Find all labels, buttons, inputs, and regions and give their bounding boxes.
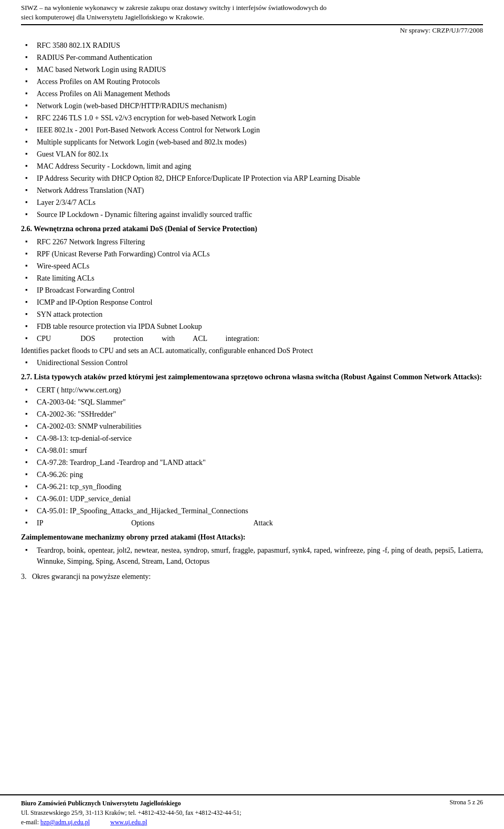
- footer-address: Ul. Straszewskiego 25/9, 31-113 Kraków; …: [21, 808, 242, 817]
- list-item: SYN attack protection: [21, 309, 483, 320]
- header-top: SIWZ – na wyłonienie wykonawcy w zakresi…: [21, 0, 483, 25]
- list-item: Network Login (web-based DHCP/HTTP/RADIU…: [21, 100, 483, 111]
- ip-options-line: IP Options Attack: [21, 517, 483, 529]
- list-item: Teardrop, boink, opentear, jolt2, newtea…: [21, 545, 483, 567]
- header-line1: SIWZ – na wyłonienie wykonawcy w zakresi…: [21, 4, 327, 12]
- list-item: CA-96.21: tcp_syn_flooding: [21, 481, 483, 492]
- after-cpu-list: Unidirectional Session Control: [21, 357, 483, 368]
- list-item: IP Address Security with DHCP Option 82,…: [21, 173, 483, 184]
- footer-email-link[interactable]: bzp@adm.uj.edu.pl: [40, 818, 90, 826]
- list-item: Layer 2/3/4/7 ACLs: [21, 197, 483, 208]
- list-item: Source IP Lockdown - Dynamic filtering a…: [21, 209, 483, 220]
- dos-bullet-list: RFC 2267 Network Ingress Filtering RPF (…: [21, 236, 483, 332]
- list-item: CA-2002-03: SNMP vulnerabilities: [21, 421, 483, 432]
- list-item: CA-2003-04: "SQL Slammer": [21, 397, 483, 408]
- list-item: IP Broadcast Forwarding Control: [21, 285, 483, 296]
- list-item: MAC based Network Login using RADIUS: [21, 64, 483, 75]
- list-item: CERT ( http://www.cert.org): [21, 385, 483, 396]
- footer: Biuro Zamówień Publicznych Uniwersytetu …: [0, 794, 504, 829]
- page-wrapper: SIWZ – na wyłonienie wykonawcy w zakresi…: [0, 0, 504, 626]
- list-item: CA-95.01: IP_Spoofing_Attacks_and_Hijack…: [21, 505, 483, 516]
- section-26-heading: 2.6. Wewnętrzna ochrona przed atakami Do…: [21, 223, 483, 234]
- list-item: Guest VLAN for 802.1x: [21, 149, 483, 160]
- list-item: Rate limiting ACLs: [21, 273, 483, 284]
- section-27-heading: 2.7. Lista typowych ataków przed którymi…: [21, 371, 483, 382]
- list-item: CA-97.28: Teardrop_Land -Teardrop and "L…: [21, 457, 483, 468]
- list-item: Access Profiles on Ali Management Method…: [21, 88, 483, 99]
- attacks-bullet-list: CERT ( http://www.cert.org) CA-2003-04: …: [21, 385, 483, 516]
- list-item: Multiple supplicants for Network Login (…: [21, 137, 483, 148]
- host-attacks-list: Teardrop, boink, opentear, jolt2, newtea…: [21, 545, 483, 567]
- list-item: CA-98.01: smurf: [21, 445, 483, 456]
- footer-contact: e-mail: bzp@adm.uj.edu.pl www.uj.edu.pl: [21, 817, 242, 827]
- footer-page-info: Strona 5 z 26: [449, 799, 483, 806]
- list-item: RPF (Unicast Reverse Path Forwarding) Co…: [21, 248, 483, 260]
- header-line2: sieci komputerowej dla Uniwersytetu Jagi…: [21, 13, 204, 21]
- cpu-line: CPU DOS protection with ACL integration:: [21, 333, 483, 344]
- content-area: RFC 3580 802.1X RADIUS RADIUS Per-comman…: [21, 40, 483, 582]
- list-item: RADIUS Per-command Authentication: [21, 52, 483, 63]
- header-title: SIWZ – na wyłonienie wykonawcy w zakresi…: [21, 3, 483, 22]
- list-item: Access Profiles on AM Routing Protocols: [21, 76, 483, 87]
- intro-bullet-list: RFC 3580 802.1X RADIUS RADIUS Per-comman…: [21, 40, 483, 220]
- footer-institution: Biuro Zamówień Publicznych Uniwersytetu …: [21, 799, 242, 808]
- list-item: ICMP and IP-Option Response Control: [21, 297, 483, 308]
- host-attacks-heading: Zaimplementowane mechanizmy obrony przed…: [21, 532, 483, 543]
- list-item: Wire-speed ACLs: [21, 261, 483, 272]
- list-item: Network Address Translation (NAT): [21, 185, 483, 196]
- header-ref: Nr sprawy: CRZP/UJ/77/2008: [21, 26, 483, 35]
- section-3-heading: 3. Okres gwarancji na powyższe elementy:: [21, 571, 483, 582]
- list-item: RFC 3580 802.1X RADIUS: [21, 40, 483, 51]
- cpu-text: CPU DOS protection with ACL integration:: [37, 335, 259, 343]
- cpu-continuation: Identifies packet floods to CPU and sets…: [21, 345, 483, 356]
- list-item: CA-2002-36: "SSHredder": [21, 409, 483, 420]
- list-item: FDB table resource protection via IPDA S…: [21, 321, 483, 332]
- ip-options-text: IP Options Attack: [37, 519, 273, 527]
- list-item: RFC 2246 TLS 1.0 + SSL v2/v3 encryption …: [21, 112, 483, 123]
- list-item: CA-96.01: UDP_service_denial: [21, 493, 483, 504]
- footer-website-link[interactable]: www.uj.edu.pl: [110, 818, 147, 826]
- list-item: CA-96.26: ping: [21, 469, 483, 480]
- list-item: CA-98-13: tcp-denial-of-service: [21, 433, 483, 444]
- footer-right: Strona 5 z 26: [449, 799, 483, 806]
- list-item: RFC 2267 Network Ingress Filtering: [21, 236, 483, 247]
- list-item: Unidirectional Session Control: [21, 357, 483, 368]
- footer-email-label: e-mail:: [21, 818, 39, 826]
- footer-left: Biuro Zamówień Publicznych Uniwersytetu …: [21, 799, 242, 827]
- list-item: MAC Address Security - Lockdown, limit a…: [21, 161, 483, 172]
- list-item: IEEE 802.lx - 2001 Port-Based Network Ac…: [21, 125, 483, 136]
